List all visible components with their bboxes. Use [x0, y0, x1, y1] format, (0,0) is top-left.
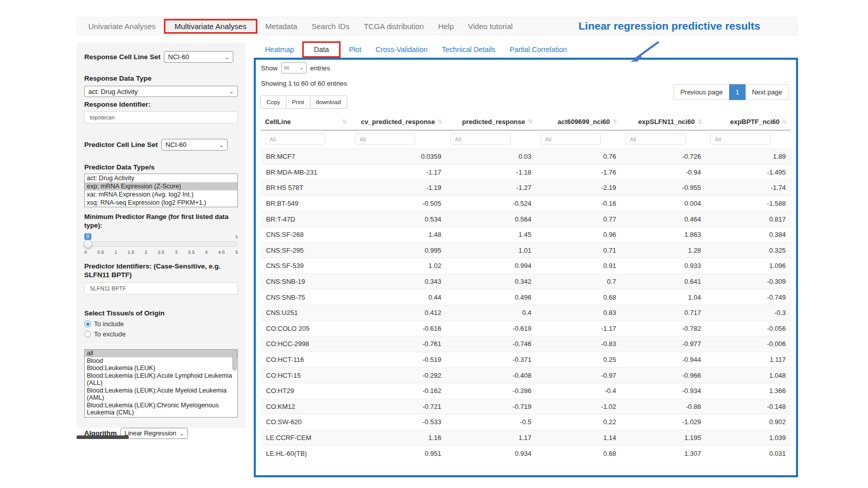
tissue-option-blood-leukemia-leuk-chronic-myelogenous-[interactable]: Blood:Leukemia (LEUK):Chronic Myelogenou… [85, 402, 237, 417]
value-cell-expbptf-nci60: -1.588 [706, 196, 791, 211]
table-row-br-bt-549[interactable]: BR:BT-549-0.505-0.524-0.160.004-1.588 [261, 196, 791, 211]
min-predictor-range-slider[interactable]: 0 5 00.511.522.533.544.55 [84, 233, 238, 255]
sort-icon[interactable]: ⇅ [342, 118, 347, 125]
predictor-data-type-option-exp-mrna-expression-z-score[interactable]: exp: mRNA Expression (Z-Score) [85, 182, 237, 190]
results-panel: Show 60 ⌄ entries Showing 1 to 60 of 60 … [254, 58, 798, 477]
radio-icon[interactable] [84, 331, 91, 337]
tab-heatmap[interactable]: Heatmap [258, 45, 301, 54]
filter-input-act609699-nci60[interactable] [541, 134, 601, 144]
table-row-br-mcf7[interactable]: BR:MCF70.03590.030.76-0.7261.89 [261, 149, 791, 165]
value-cell-expslfn11-nci60: -0.955 [621, 180, 706, 196]
value-cell-cv-predicted-response: -0.162 [351, 383, 446, 399]
value-cell-act609699-nci60: 0.71 [537, 242, 621, 258]
tissue-option-blood[interactable]: Blood [85, 357, 237, 365]
column-header-expbptf-nci60[interactable]: expBPTF_nci60⇅ [706, 114, 791, 130]
pagination-previous-page[interactable]: Previous page [673, 84, 729, 100]
table-row-br-t-47d[interactable]: BR:T-47D0.5340.5640.770.4640.817 [261, 211, 791, 227]
tissue-option-blood-leukemia-leuk-acute-lymphoid-leuke[interactable]: Blood:Leukemia (LEUK):Acute Lymphoid Leu… [85, 372, 237, 387]
value-cell-predicted-response: -0.719 [446, 399, 536, 414]
filter-input-expslfn11-nci60[interactable] [625, 134, 686, 144]
tab-partial-correlation[interactable]: Partial Correlation [502, 45, 574, 54]
value-cell-predicted-response: 1.17 [446, 430, 536, 446]
filter-input-cv-predicted-response[interactable] [355, 134, 415, 144]
filter-input-expbptf-nci60[interactable] [710, 134, 770, 144]
slider-track[interactable] [84, 241, 238, 247]
nav-item-tcga-distribution[interactable]: TCGA distribution [356, 22, 431, 31]
tissue-radio-to-exclude[interactable]: To exclude [84, 330, 238, 338]
listbox-scrollbar[interactable] [232, 350, 237, 371]
table-row-co-ht29[interactable]: CO:HT29-0.162-0.286-0.4-0.9341.366 [261, 383, 791, 399]
column-header-cv-predicted-response[interactable]: cv_predicted_response⇅ [351, 114, 446, 130]
nav-item-video-tutorial[interactable]: Video tutorial [461, 22, 520, 31]
sort-icon[interactable]: ⇅ [697, 118, 702, 125]
table-row-co-sw-620[interactable]: CO:SW-620-0.533-0.50.22-1.0290.902 [261, 414, 791, 430]
chevron-down-icon: ⌄ [179, 431, 184, 436]
nav-item-univariate-analyses[interactable]: Univariate Analyses [81, 22, 163, 31]
column-title: act609699_nci60 [558, 118, 610, 126]
slider-handle[interactable] [84, 240, 92, 249]
response-identifier-input[interactable] [84, 111, 238, 124]
table-row-cns-sf-539[interactable]: CNS:SF-5391.020.9940.910.9331.096 [261, 258, 791, 274]
filter-input-cellline[interactable] [265, 134, 325, 144]
entries-count-select[interactable]: 60 ⌄ [281, 62, 307, 74]
table-row-le-hl-60-tb[interactable]: LE:HL-60(TB)0.9510.9340.681.3070.031 [261, 446, 791, 461]
table-row-cns-sf-295[interactable]: CNS:SF-2950.9951.010.711.280.325 [261, 242, 791, 258]
predictor-data-types-listbox[interactable]: act: Drug Activityexp: mRNA Expression (… [84, 174, 238, 207]
value-cell-predicted-response: 1.01 [446, 242, 536, 258]
sort-icon[interactable]: ⇅ [782, 118, 787, 125]
table-row-br-hs-578t[interactable]: BR:HS 578T-1.19-1.27-2.19-0.955-1.74 [261, 180, 791, 196]
table-row-cns-u251[interactable]: CNS:U2510.4120.40.830.717-0.3 [261, 305, 791, 321]
column-header-cellline[interactable]: CellLine⇅ [261, 114, 351, 130]
table-row-co-hct-15[interactable]: CO:HCT-15-0.292-0.408-0.97-0.9661.048 [261, 368, 791, 383]
nav-item-search-ids[interactable]: Search IDs [304, 22, 356, 31]
tissue-listbox[interactable]: allBloodBlood:Leukemia (LEUK)Blood:Leuke… [84, 349, 238, 418]
nav-item-multivariate-analyses[interactable]: Multivariate Analyses [167, 22, 254, 31]
column-header-expslfn11-nci60[interactable]: expSLFN11_nci60⇅ [621, 114, 706, 130]
response-data-type-select[interactable]: act: Drug Activity ⌄ [84, 86, 238, 97]
table-row-cns-snb-19[interactable]: CNS:SNB-190.3430.3420.70.641-0.309 [261, 274, 791, 289]
tab-cross-validation[interactable]: Cross-Validation [369, 45, 435, 54]
sort-icon[interactable]: ⇅ [528, 118, 533, 125]
pagination-next-page[interactable]: Next page [745, 84, 789, 100]
pagination-1[interactable]: 1 [729, 84, 746, 100]
value-cell-act609699-nci60: 0.76 [537, 149, 621, 165]
print-button[interactable]: Print [286, 95, 310, 109]
predictor-identifiers-input[interactable] [84, 282, 238, 295]
algorithm-select[interactable]: Linear Regression ⌄ [120, 428, 188, 439]
nav-item-help[interactable]: Help [431, 22, 461, 31]
column-header-predicted-response[interactable]: predicted_response⇅ [446, 114, 536, 130]
radio-icon[interactable] [84, 321, 91, 327]
table-row-co-colo-205[interactable]: CO:COLO 205-0.616-0.619-1.17-0.782-0.056 [261, 321, 791, 336]
response-cell-line-set-select[interactable]: NCI-60 ⌄ [164, 51, 233, 63]
copy-button[interactable]: Copy [260, 95, 286, 109]
nav-item-metadata[interactable]: Metadata [258, 22, 305, 31]
table-row-br-mda-mb-231[interactable]: BR:MDA-MB-231-1.17-1.18-1.76-0.94-1.495 [261, 164, 791, 180]
predictor-data-type-option-act-drug-activity[interactable]: act: Drug Activity [85, 174, 237, 182]
sort-icon[interactable]: ⇅ [613, 118, 617, 125]
table-row-co-hct-116[interactable]: CO:HCT-116-0.519-0.3710.25-0.9441.117 [261, 352, 791, 368]
predictor-cell-line-set-select[interactable]: NCI-60 ⌄ [161, 139, 228, 151]
table-row-cns-sf-268[interactable]: CNS:SF-2681.481.450.961.8630.384 [261, 227, 791, 242]
table-row-co-hcc-2998[interactable]: CO:HCC-2998-0.761-0.746-0.83-0.977-0.006 [261, 336, 791, 352]
tissue-option-blood-leukemia-leuk[interactable]: Blood:Leukemia (LEUK) [85, 364, 237, 372]
value-cell-expbptf-nci60: 1.096 [706, 258, 791, 274]
download-button[interactable]: download [310, 95, 347, 109]
table-row-le-ccrf-cem[interactable]: LE:CCRF-CEM1.161.171.141.1951.039 [261, 430, 791, 446]
sort-icon[interactable]: ⇅ [438, 118, 442, 125]
tab-data[interactable]: Data [307, 45, 336, 54]
table-row-co-km12[interactable]: CO:KM12-0.721-0.719-1.02-0.88-0.148 [261, 399, 791, 414]
predictor-data-type-option-xsq-rna-seq-expression-log2-fpkm-1[interactable]: xsq: RNA-seq Expression (log2 FPKM+1.) [85, 199, 237, 207]
column-header-act609699-nci60[interactable]: act609699_nci60⇅ [537, 114, 621, 130]
value-cell-cv-predicted-response: 1.16 [351, 430, 446, 446]
cellline-cell: CNS:SF-539 [261, 258, 351, 274]
table-row-cns-snb-75[interactable]: CNS:SNB-750.440.4960.681.04-0.749 [261, 289, 791, 305]
tab-plot[interactable]: Plot [342, 45, 368, 54]
predictor-data-type-option-xai-mrna-expression-avg-log2-int[interactable]: xai: mRNA Expression (Avg. log2 Int.) [85, 190, 237, 199]
filter-input-predicted-response[interactable] [450, 134, 511, 144]
value-cell-cv-predicted-response: 0.0359 [351, 149, 446, 165]
tab-technical-details[interactable]: Technical Details [435, 45, 502, 54]
tissue-radio-to-include[interactable]: To include [84, 320, 238, 328]
tissue-option-blood-leukemia-leuk-acute-myeloid-leukem[interactable]: Blood:Leukemia (LEUK):Acute Myeloid Leuk… [85, 387, 237, 402]
cellline-cell: CO:HCT-116 [261, 352, 351, 368]
tissue-option-all[interactable]: all [85, 350, 237, 357]
